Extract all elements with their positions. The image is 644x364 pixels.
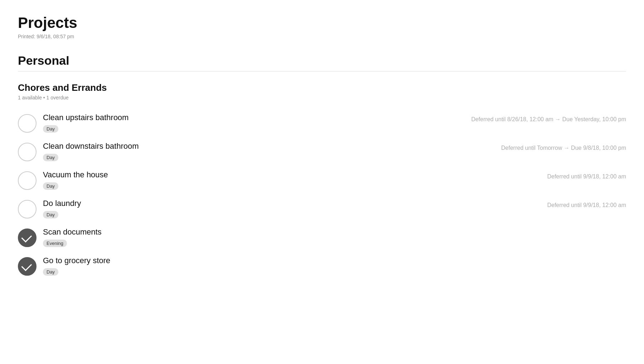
task-content: Do laundryDay xyxy=(43,198,81,218)
task-item: Clean downstairs bathroomDayDeferred unt… xyxy=(18,138,626,166)
task-tag: Day xyxy=(43,154,58,161)
task-tag: Day xyxy=(43,182,58,190)
task-content: Go to grocery storeDay xyxy=(43,256,110,276)
task-name: Do laundry xyxy=(43,198,81,209)
task-date-info: Deferred until 9/9/18, 12:00 am xyxy=(547,170,626,180)
task-checkbox-clean-downstairs-bathroom[interactable] xyxy=(18,143,36,161)
task-tag: Day xyxy=(43,125,58,133)
task-left: Go to grocery storeDay xyxy=(18,256,110,276)
task-left: Clean downstairs bathroomDay xyxy=(18,141,139,161)
task-checkbox-clean-upstairs-bathroom[interactable] xyxy=(18,114,36,133)
project-meta: 1 available • 1 overdue xyxy=(18,95,626,100)
task-left: Scan documentsEvening xyxy=(18,227,102,247)
task-item: Go to grocery storeDay xyxy=(18,252,626,281)
task-tag: Evening xyxy=(43,240,67,247)
task-item: Scan documentsEvening xyxy=(18,223,626,252)
section-title: Personal xyxy=(18,54,626,68)
section-divider xyxy=(18,71,626,72)
task-left: Clean upstairs bathroomDay xyxy=(18,113,129,133)
task-content: Scan documentsEvening xyxy=(43,227,102,247)
task-checkbox-vacuum-the-house[interactable] xyxy=(18,171,36,190)
task-date-info: Deferred until 9/9/18, 12:00 am xyxy=(547,198,626,208)
printed-date: Printed: 9/6/18, 08:57 pm xyxy=(18,34,626,39)
task-checkbox-go-to-grocery-store[interactable] xyxy=(18,257,36,276)
task-item: Do laundryDayDeferred until 9/9/18, 12:0… xyxy=(18,195,626,223)
task-tag: Day xyxy=(43,268,58,276)
task-checkbox-scan-documents[interactable] xyxy=(18,228,36,247)
task-list: Clean upstairs bathroomDayDeferred until… xyxy=(18,109,626,281)
task-left: Do laundryDay xyxy=(18,198,81,218)
task-name: Go to grocery store xyxy=(43,256,110,266)
task-tag: Day xyxy=(43,211,58,218)
project-title: Chores and Errands xyxy=(18,82,626,93)
task-content: Clean downstairs bathroomDay xyxy=(43,141,139,161)
task-left: Vacuum the houseDay xyxy=(18,170,108,190)
page-title: Projects xyxy=(18,14,626,31)
task-name: Vacuum the house xyxy=(43,170,108,180)
task-item: Clean upstairs bathroomDayDeferred until… xyxy=(18,109,626,138)
task-name: Clean downstairs bathroom xyxy=(43,141,139,152)
task-content: Clean upstairs bathroomDay xyxy=(43,113,129,133)
task-name: Clean upstairs bathroom xyxy=(43,113,129,123)
task-name: Scan documents xyxy=(43,227,102,237)
task-item: Vacuum the houseDayDeferred until 9/9/18… xyxy=(18,166,626,195)
task-checkbox-do-laundry[interactable] xyxy=(18,200,36,218)
task-content: Vacuum the houseDay xyxy=(43,170,108,190)
task-date-info: Deferred until Tomorrow → Due 9/8/18, 10… xyxy=(501,141,626,151)
task-date-info: Deferred until 8/26/18, 12:00 am → Due Y… xyxy=(471,113,626,123)
